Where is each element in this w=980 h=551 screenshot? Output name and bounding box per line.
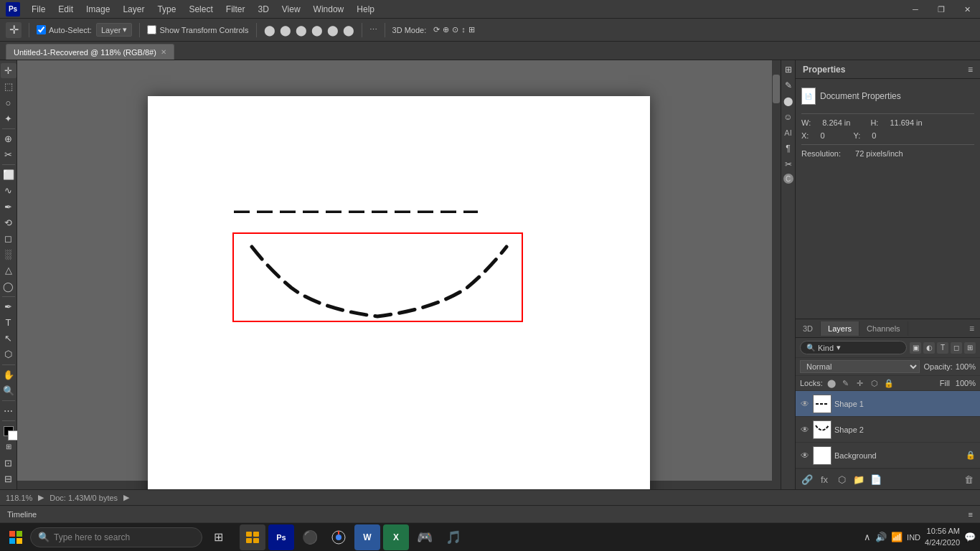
foreground-color[interactable]: [1, 423, 17, 438]
eye-dropper-tool[interactable]: ✂: [1, 147, 17, 162]
3d-slide-icon[interactable]: ↕: [461, 25, 466, 34]
filter-pixel-icon[interactable]: ▣: [910, 342, 921, 354]
taskbar-app-word[interactable]: W: [354, 524, 380, 550]
crop-tool[interactable]: ⊕: [1, 131, 17, 146]
status-arrow[interactable]: ▶: [38, 493, 44, 502]
menu-type[interactable]: Type: [151, 3, 182, 16]
tab-channels[interactable]: Channels: [859, 321, 908, 336]
status-arrow2[interactable]: ▶: [123, 493, 129, 502]
selection-tool[interactable]: ⬚: [1, 79, 17, 94]
network-icon[interactable]: 📶: [891, 532, 903, 542]
move-tool-icon[interactable]: ✛: [6, 22, 22, 38]
menu-filter[interactable]: Filter: [220, 3, 251, 16]
filter-type-icon[interactable]: T: [937, 342, 948, 354]
auto-select-checkbox[interactable]: [37, 25, 46, 34]
align-center-v-icon[interactable]: ⬤: [327, 24, 339, 36]
lock-all-icon[interactable]: 🔒: [883, 377, 895, 389]
taskbar-app-excel[interactable]: X: [383, 524, 409, 550]
path-selection-tool[interactable]: ↖: [1, 331, 17, 346]
taskbar-app-game[interactable]: 🎮: [412, 524, 438, 550]
layers-adjust-icon[interactable]: ✎: [782, 79, 795, 92]
filter-shape-icon[interactable]: ◻: [951, 342, 962, 354]
layer-eye-background[interactable]: 👁: [800, 451, 810, 461]
gradient-tool[interactable]: ░: [1, 247, 17, 262]
add-mask-icon[interactable]: ⬡: [834, 472, 849, 486]
menu-file[interactable]: File: [26, 3, 51, 16]
taskview-icon[interactable]: ⊞: [205, 524, 231, 550]
3d-zoom-icon[interactable]: ⊞: [468, 25, 475, 34]
shape-tool[interactable]: ⬡: [1, 347, 17, 362]
eraser-tool[interactable]: ◻: [1, 231, 17, 246]
add-style-icon[interactable]: fx: [817, 472, 831, 486]
zoom-tool[interactable]: 🔍: [1, 383, 17, 398]
settings-icon[interactable]: ✂: [782, 158, 795, 171]
cc-icon[interactable]: C: [783, 174, 793, 184]
layer-item-shape1[interactable]: 👁 Shape 1: [796, 391, 980, 417]
brush-tool[interactable]: ∿: [1, 183, 17, 198]
screen-mode-btn[interactable]: ⊡: [1, 455, 17, 470]
menu-window[interactable]: Window: [308, 3, 350, 16]
align-top-icon[interactable]: ⬤: [311, 24, 323, 36]
minimize-button[interactable]: ─: [903, 0, 928, 19]
menu-select[interactable]: Select: [183, 3, 218, 16]
filter-adjustment-icon[interactable]: ◐: [923, 342, 935, 354]
restore-button[interactable]: ❐: [928, 0, 954, 19]
properties-toggle-icon[interactable]: ⊞: [782, 63, 795, 76]
3d-pan-icon[interactable]: ⊕: [443, 25, 449, 34]
delete-layer-icon[interactable]: 🗑: [961, 472, 976, 486]
v-scroll-thumb[interactable]: [773, 75, 780, 103]
paragraph-icon[interactable]: ¶: [782, 142, 795, 155]
clone-stamp-tool[interactable]: ✒: [1, 199, 17, 215]
notification-icon[interactable]: 💬: [964, 532, 976, 542]
vertical-scrollbar[interactable]: [772, 60, 781, 489]
extras-btn[interactable]: ⋯: [369, 25, 377, 34]
layer-eye-shape2[interactable]: 👁: [800, 425, 810, 435]
layer-item-shape2[interactable]: 👁 Shape 2: [796, 417, 980, 443]
tab-3d[interactable]: 3D: [796, 321, 821, 336]
layer-eye-shape1[interactable]: 👁: [800, 399, 810, 409]
document-tab[interactable]: Untitled-1-Recovered @ 118% (RGB/8#) ✕: [6, 44, 174, 60]
lock-position-icon[interactable]: ⬤: [826, 377, 837, 389]
extra-tools-btn[interactable]: ⊟: [1, 471, 17, 486]
lock-pixel-icon[interactable]: ✎: [840, 377, 852, 389]
healing-brush-tool[interactable]: ⬜: [1, 167, 17, 182]
menu-image[interactable]: Image: [80, 3, 116, 16]
color-icon[interactable]: ⬤: [782, 95, 795, 108]
volume-icon[interactable]: 🔊: [875, 532, 887, 542]
align-center-h-icon[interactable]: ⬤: [280, 24, 291, 36]
close-button[interactable]: ✕: [954, 0, 980, 19]
lock-move-icon[interactable]: ✛: [854, 377, 866, 389]
timeline-menu-icon[interactable]: ≡: [969, 510, 973, 519]
link-layers-icon[interactable]: 🔗: [800, 472, 814, 486]
layer-item-background[interactable]: 👁 Background 🔒: [796, 443, 980, 468]
taskbar-app-music[interactable]: 🎵: [440, 524, 466, 550]
show-transform-checkbox[interactable]: [147, 25, 156, 34]
quick-mask-tool[interactable]: ⊞: [1, 439, 17, 454]
taskbar-app-photoshop[interactable]: Ps: [268, 524, 294, 550]
new-group-icon[interactable]: 📁: [852, 472, 866, 486]
move-tool[interactable]: ✛: [1, 63, 17, 78]
taskbar-clock[interactable]: 10:56 AM 4/24/2020: [925, 526, 960, 548]
taskbar-app-chrome[interactable]: [326, 524, 352, 550]
taskbar-search[interactable]: 🔍 Type here to search: [30, 527, 202, 547]
face-icon[interactable]: ☺: [782, 110, 795, 123]
properties-menu-icon[interactable]: ≡: [968, 65, 973, 75]
tab-close-button[interactable]: ✕: [161, 48, 166, 56]
taskbar-app-app3[interactable]: ⚫: [297, 524, 323, 550]
history-brush-tool[interactable]: ⟲: [1, 215, 17, 230]
align-right-icon[interactable]: ⬤: [296, 24, 307, 36]
align-left-icon[interactable]: ⬤: [264, 24, 275, 36]
menu-edit[interactable]: Edit: [52, 3, 79, 16]
ai-icon[interactable]: AI: [782, 126, 795, 139]
filter-smart-icon[interactable]: ⊞: [964, 342, 976, 354]
layers-panel-menu[interactable]: ≡: [963, 321, 980, 336]
start-button[interactable]: [4, 526, 27, 549]
3d-roll-icon[interactable]: ⊙: [452, 25, 458, 34]
menu-layer[interactable]: Layer: [117, 3, 150, 16]
magic-wand-tool[interactable]: ✦: [1, 111, 17, 126]
menu-help[interactable]: Help: [351, 3, 380, 16]
lasso-tool[interactable]: ○: [1, 95, 17, 110]
type-tool[interactable]: T: [1, 315, 17, 330]
3d-orbit-icon[interactable]: ⟳: [433, 25, 440, 34]
blur-tool[interactable]: △: [1, 263, 17, 278]
